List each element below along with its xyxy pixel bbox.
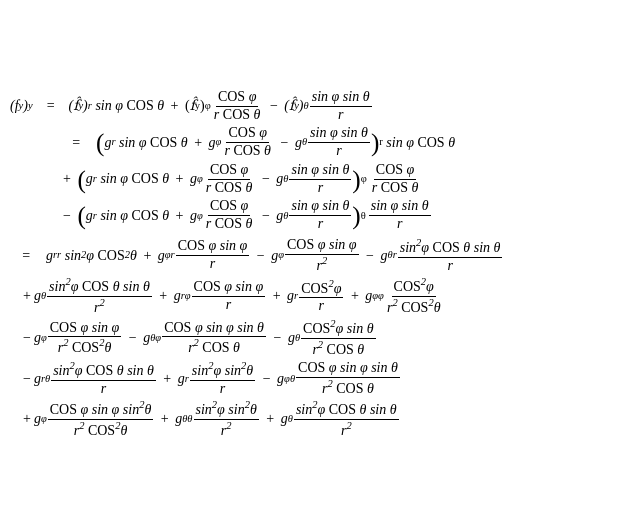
minus-4: −: [63, 209, 74, 223]
term-3-1: gr sin φ COS θ: [86, 172, 169, 186]
plus-6c: +: [269, 289, 284, 303]
term-3-3: gθ sin φ sin θ r: [276, 162, 352, 197]
equals-1: =: [36, 99, 66, 113]
term-9-1: gφ COS φ sin φ sin2θ r2 COS2θ: [34, 399, 154, 439]
term-6-3: gr COS2φ r: [287, 278, 344, 315]
plus-6b: +: [156, 289, 171, 303]
term-2-2: gφ COS φ r COS θ: [209, 125, 274, 160]
equation-line-3: + ( gr sin φ COS θ + gφ COS φ r COS θ − …: [10, 162, 620, 197]
plus-4a: +: [172, 209, 187, 223]
term-5-1: grr sin2φ COS2θ: [46, 249, 137, 263]
term-6-4: gφφ COS2φ r2 COS2θ: [365, 276, 443, 316]
minus-7b: −: [125, 331, 140, 345]
equation-line-7: − gφ COS φ sin φ r2 COS2θ − gθφ COS φ si…: [10, 318, 620, 358]
minus-7c: −: [270, 331, 285, 345]
term-4-2: gφ COS φ r COS θ: [190, 198, 255, 233]
term-2-1: gr sin φ COS θ: [104, 136, 187, 150]
term-5-3: gφ COS φ sin φ r2: [271, 237, 359, 274]
term-4-3: gθ sin φ sin θ r: [276, 198, 352, 233]
open-paren-2: (: [96, 135, 104, 150]
plus-9a: +: [23, 412, 31, 426]
term-3-2: gφ COS φ r COS θ: [190, 162, 255, 197]
equation-line-4: − ( gr sin φ COS θ + gφ COS φ r COS θ − …: [10, 198, 620, 233]
term-1-1: ( f̂ y)r sin φ COS θ: [69, 99, 165, 113]
term-1-3: (f̂y)θ sin φ sin θ r: [284, 89, 372, 124]
equation-line-5: = grr sin2φ COS2θ + gφr COS φ sin φ r − …: [10, 237, 620, 274]
plus-6d: +: [347, 289, 362, 303]
equation-line-2: = ( gr sin φ COS θ + gφ COS φ r COS θ − …: [10, 125, 620, 160]
plus-5a: +: [140, 249, 155, 263]
term-8-2: gr sin2φ sin2θ r: [178, 360, 256, 397]
term-6-1: gθ sin2φ COS θ sin θ r2: [34, 276, 153, 316]
plus-3: +: [63, 172, 74, 186]
plus-6a: +: [23, 289, 31, 303]
term-8-1: grθ sin2φ COS θ sin θ r: [34, 360, 157, 397]
minus-2a: −: [277, 136, 292, 150]
term-7-2: gθφ COS φ sin φ sin θ r2 COS θ: [143, 320, 267, 357]
close-paren-2: ): [371, 135, 379, 150]
plus-8b: +: [160, 372, 175, 386]
close-paren-4: ): [352, 208, 360, 223]
term-4-1: gr sin φ COS θ: [86, 209, 169, 223]
close-paren-3: ): [352, 172, 360, 187]
math-container: (fy)y = ( f̂ y)r sin φ COS θ + (f̂y)φ CO…: [5, 77, 625, 452]
minus-7a: −: [23, 331, 31, 345]
equation-line-9: + gφ COS φ sin φ sin2θ r2 COS2θ + gθθ si…: [10, 399, 620, 439]
minus-8c: −: [259, 372, 274, 386]
minus-3a: −: [258, 172, 273, 186]
lhs: (fy)y: [10, 99, 33, 113]
equals-2: =: [63, 136, 93, 150]
term-2-3: gθ sin φ sin θ r: [295, 125, 371, 160]
equation-line-8: − grθ sin2φ COS θ sin θ r + gr sin2φ sin…: [10, 360, 620, 397]
plus-3a: +: [172, 172, 187, 186]
minus-5a: −: [253, 249, 268, 263]
open-paren-4: (: [77, 208, 85, 223]
plus-1: +: [167, 99, 182, 113]
plus-9c: +: [263, 412, 278, 426]
plus-9b: +: [157, 412, 172, 426]
minus-4a: −: [258, 209, 273, 223]
equation-line-6: + gθ sin2φ COS θ sin θ r2 + grφ COS φ si…: [10, 276, 620, 316]
equals-5: =: [13, 249, 43, 263]
term-7-1: gφ COS φ sin φ r2 COS2θ: [34, 320, 122, 357]
term-5-4: gθr sin2φ COS θ sin θ r: [381, 237, 504, 274]
term-1-2: (f̂y)φ COS φ r COS θ: [185, 89, 263, 124]
term-5-2: gφr COS φ sin φ r: [158, 238, 250, 273]
equation-line-1: (fy)y = ( f̂ y)r sin φ COS θ + (f̂y)φ CO…: [10, 89, 620, 124]
term-6-2: grφ COS φ sin φ r: [174, 279, 266, 314]
plus-2a: +: [191, 136, 206, 150]
minus-1: −: [266, 99, 281, 113]
term-8-3: gφθ COS φ sin φ sin θ r2 COS θ: [277, 360, 401, 397]
term-7-3: gθ COS2φ sin θ r2 COS θ: [288, 318, 377, 358]
minus-5b: −: [363, 249, 378, 263]
term-9-2: gθθ sin2φ sin2θ r2: [175, 399, 260, 439]
term-9-3: gθ sin2φ COS θ sin θ r2: [281, 399, 400, 439]
open-paren-3: (: [77, 172, 85, 187]
minus-8a: −: [23, 372, 31, 386]
